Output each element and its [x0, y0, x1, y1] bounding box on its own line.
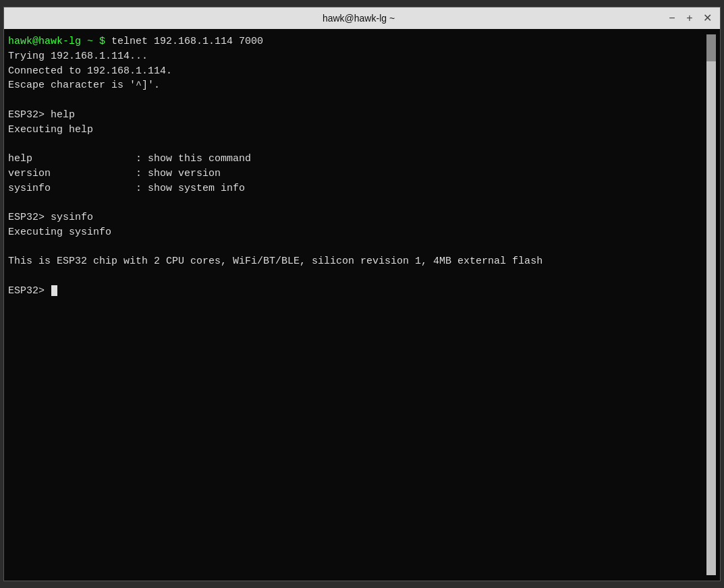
terminal-output: hawk@hawk-lg ~ $ telnet 192.168.1.114 70…	[8, 34, 706, 575]
scrollbar[interactable]	[706, 34, 716, 575]
scrollbar-thumb[interactable]	[706, 34, 716, 61]
titlebar: hawk@hawk-lg ~ − + ✕	[4, 7, 720, 29]
terminal-body[interactable]: hawk@hawk-lg ~ $ telnet 192.168.1.114 70…	[4, 29, 720, 581]
close-button[interactable]: ✕	[701, 12, 713, 24]
window-title: hawk@hawk-lg ~	[51, 13, 666, 24]
titlebar-buttons: − + ✕	[666, 12, 713, 24]
terminal-window: hawk@hawk-lg ~ − + ✕ hawk@hawk-lg ~ $ te…	[3, 7, 721, 581]
maximize-button[interactable]: +	[684, 12, 696, 24]
minimize-button[interactable]: −	[666, 12, 678, 24]
